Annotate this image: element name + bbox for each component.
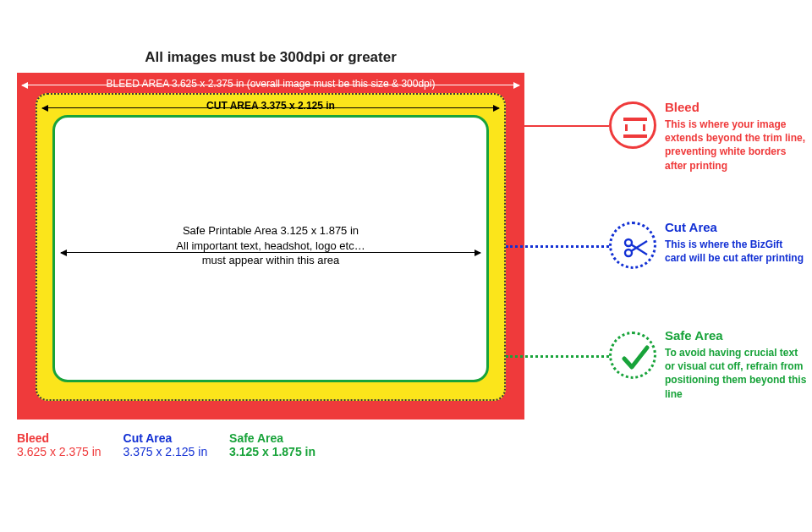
- footer-safe-dim: 3.125 x 1.875 in: [229, 445, 315, 458]
- safe-area-line2: All important text, headshot, logo etc…: [176, 239, 365, 252]
- bleed-icon: [623, 118, 647, 138]
- connector-safe: [506, 355, 609, 358]
- checkmark-icon: [612, 334, 659, 381]
- scissors-icon: [612, 224, 659, 271]
- legend-cut-title: Cut Area: [665, 220, 807, 234]
- bleed-area-label: BLEED AREA 3.625 x 2.375 in (overall ima…: [17, 78, 524, 90]
- footer-bleed-title: Bleed: [17, 431, 49, 445]
- safe-area-line1: Safe Printable Area 3.125 x 1.875 in: [183, 224, 359, 237]
- cut-icon-circle: [609, 222, 656, 269]
- legend-safe-title: Safe Area: [665, 328, 807, 343]
- legend-safe-body: To avoid having crucial text or visual c…: [665, 346, 807, 401]
- safe-icon-circle: [609, 332, 656, 379]
- footer-specs: Bleed 3.625 x 2.375 in Cut Area 3.375 x …: [17, 431, 334, 458]
- footer-cut-title: Cut Area: [123, 431, 173, 445]
- legend-cut: Cut Area This is where the BizGift card …: [665, 220, 807, 265]
- footer-bleed-dim: 3.625 x 2.375 in: [17, 445, 102, 458]
- connector-bleed: [524, 125, 609, 127]
- safe-area-line3: must appear within this area: [202, 254, 340, 266]
- connector-cut: [506, 245, 609, 248]
- page-title: All images must be 300dpi or greater: [17, 49, 524, 66]
- cut-area-label: CUT AREA 3.375 x 2.125 in: [36, 100, 506, 112]
- bleed-icon-circle: [609, 101, 656, 149]
- legend-bleed-body: This is where your image extends beyond …: [665, 118, 807, 173]
- legend-bleed: Bleed This is where your image extends b…: [665, 100, 807, 173]
- footer-safe-title: Safe Area: [229, 431, 283, 445]
- print-spec-diagram: All images must be 300dpi or greater BLE…: [0, 0, 812, 532]
- footer-cut-dim: 3.375 x 2.125 in: [123, 445, 208, 458]
- safe-dimension-arrow: [61, 252, 480, 253]
- safe-area-label: Safe Printable Area 3.125 x 1.875 in All…: [52, 223, 489, 268]
- legend-bleed-title: Bleed: [665, 100, 807, 114]
- legend-safe: Safe Area To avoid having crucial text o…: [665, 328, 807, 401]
- legend-cut-body: This is where the BizGift card will be c…: [665, 238, 807, 265]
